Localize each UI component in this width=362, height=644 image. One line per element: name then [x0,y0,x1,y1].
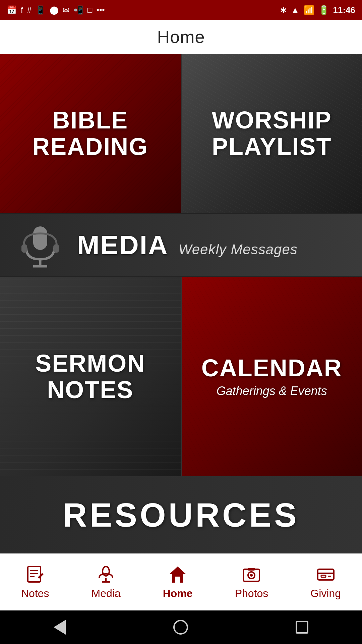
top-row: BIBLEREADING WORSHIPPLAYLIST [0,54,362,213]
dots-icon: ••• [97,5,105,15]
circle-icon: ⬤ [50,5,59,15]
bible-reading-label: BIBLEREADING [25,100,155,167]
calendar-subtitle: Gatherings & Events [201,384,342,398]
giving-nav-icon [314,565,338,585]
bible-reading-tile[interactable]: BIBLEREADING [0,54,181,213]
nav-item-notes[interactable]: Notes [14,561,56,603]
media-nav-label: Media [92,587,121,600]
media-title: MEDIA [77,230,169,261]
mail-icon: ✉ [63,5,69,15]
middle-row: SERMONNOTES CALENDAR Gatherings & Events [0,277,362,476]
calendar-icon: 📅 [7,5,17,15]
home-nav-icon [166,565,189,585]
battery-icon: 🔋 [318,5,329,15]
back-icon [54,620,66,635]
sermon-notes-tile[interactable]: SERMONNOTES [0,277,181,476]
main-grid: BIBLEREADING WORSHIPPLAYLIST M [0,54,362,553]
recents-icon [296,621,308,634]
home-button[interactable] [173,620,188,635]
nav-item-home[interactable]: Home [156,561,199,603]
wifi-icon: ▲ [291,5,300,15]
recents-button[interactable] [296,621,308,634]
svg-rect-16 [248,568,255,571]
sermon-notes-label: SERMONNOTES [28,343,152,410]
signal-icon: 📶 [304,5,314,15]
home-nav-label: Home [163,587,193,600]
microphone-icon [17,222,64,269]
giving-nav-label: Giving [310,587,341,600]
photos-nav-icon [240,565,263,585]
svg-rect-5 [28,567,41,582]
nav-item-giving[interactable]: Giving [304,561,348,603]
nav-item-media[interactable]: Media [85,561,127,603]
svg-rect-4 [53,244,59,253]
time-display: 11:46 [333,5,356,15]
media-tile[interactable]: MEDIA Weekly Messages [0,213,362,277]
notes-nav-label: Notes [21,587,49,600]
worship-playlist-tile[interactable]: WORSHIPPLAYLIST [181,54,362,213]
android-nav-bar [0,610,362,644]
back-button[interactable] [54,620,66,635]
page-title: Home [157,27,205,47]
media-nav-icon [94,565,118,585]
notes-nav-icon [23,565,47,585]
media-subtitle: Weekly Messages [179,241,298,258]
worship-playlist-label: WORSHIPPLAYLIST [205,100,339,167]
home-icon [173,620,188,635]
svg-rect-12 [175,577,180,583]
app-header: Home [0,20,362,54]
status-bar: 📅 f # 📱 ⬤ ✉ 📲 □ ••• ∗ ▲ 📶 🔋 11:46 [0,0,362,20]
svg-rect-3 [21,244,27,253]
status-right-icons: ∗ ▲ 📶 🔋 11:46 [280,5,355,15]
nav-item-photos[interactable]: Photos [228,561,275,603]
svg-rect-17 [318,569,334,580]
phone-icon: 📱 [36,5,46,15]
calendar-label: CALENDAR Gatherings & Events [195,348,349,405]
svg-rect-0 [33,226,47,250]
bluetooth-icon: ∗ [280,5,287,15]
mic-icon-area [13,218,67,272]
status-left-icons: 📅 f # 📱 ⬤ ✉ 📲 □ ••• [7,5,105,15]
calendar-tile[interactable]: CALENDAR Gatherings & Events [181,277,362,476]
photos-nav-label: Photos [235,587,268,600]
media-text-group: MEDIA Weekly Messages [77,230,298,261]
calendar-title: CALENDAR [201,355,342,381]
facebook-icon: f [21,5,23,15]
resources-label: RESOURCES [63,496,299,534]
bottom-navigation: Notes Media Home [0,553,362,610]
square-icon: □ [87,5,93,15]
svg-point-15 [250,574,253,577]
resources-tile[interactable]: RESOURCES [0,476,362,553]
svg-rect-19 [321,575,326,577]
phone2-icon: 📲 [73,5,83,15]
hashtag-icon: # [27,5,32,15]
